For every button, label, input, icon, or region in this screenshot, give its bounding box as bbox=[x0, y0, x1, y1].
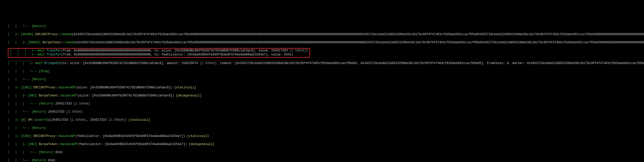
call-kind: [delegatecall] bbox=[189, 143, 214, 146]
call-kind: [delegatecall] bbox=[176, 94, 202, 97]
trace-line: │ │ ├─ [982] bbox=[1, 143, 39, 146]
args: , 254517333 bbox=[86, 118, 108, 122]
highlight-box: │ │ │ ├─ emit Transfer(from: 0x000000000… bbox=[8, 48, 310, 58]
contract-name: VM bbox=[28, 118, 31, 122]
value: 8341 bbox=[55, 151, 63, 154]
fn-name: assertEq bbox=[35, 118, 50, 122]
trace-line: │ │ │ └─ ← [Stop] bbox=[1, 70, 50, 73]
call-kind: [staticcall] bbox=[128, 118, 150, 122]
fn-name: balanceOf bbox=[59, 134, 75, 138]
paren: ) bbox=[125, 118, 128, 122]
trace-line: │ │ └─ ← [Return] bbox=[1, 78, 46, 81]
sci-notation: [2.545e8] bbox=[108, 118, 125, 122]
sep: :: bbox=[55, 86, 59, 89]
contract-name: ERC1967Proxy bbox=[35, 33, 57, 36]
trace-line: │ │ └─ ← [Return] bbox=[1, 110, 48, 114]
contract-name: BorpaToken bbox=[39, 143, 57, 146]
trace-line: │ ├─ [1301] bbox=[1, 86, 34, 89]
trace-line: │ │ │ ├─ emit bbox=[10, 53, 46, 56]
value: 8341 bbox=[48, 159, 55, 162]
value: 254517333 bbox=[48, 110, 66, 114]
args: (254517333 bbox=[50, 118, 70, 122]
trace-line: │ │ │ ├─ emit bbox=[10, 49, 46, 52]
trace-line: │ ├─ [89498] bbox=[1, 33, 35, 36]
trace-line: │ │ └─ ← [Return] bbox=[1, 25, 46, 28]
args: (feeCollector: [0x0ae039EbCFe635f3Ede0F5… bbox=[75, 134, 187, 138]
paren: ) bbox=[306, 49, 308, 52]
event-args: (from: 0x0000000000000000000000000000000… bbox=[61, 53, 293, 56]
event-name: Transfer bbox=[46, 53, 61, 56]
event-args: (from: 0x0000000000000000000000000000000… bbox=[61, 49, 289, 52]
sep: :: bbox=[57, 94, 61, 97]
trace-line: │ │ │ ├─ emit bbox=[1, 62, 44, 65]
fn-name: redeem bbox=[64, 41, 75, 44]
event-args: , txHash: [0x3453720cbd4d22d0933209eb38c… bbox=[216, 62, 644, 65]
sci-notation: [2.545e8] bbox=[74, 102, 90, 106]
args: (alice: [0x328809Bc894f92807417D2dAD6b7C… bbox=[77, 94, 176, 97]
trace-line: │ │ │ └─ ← [Return] bbox=[1, 102, 55, 106]
fn-name: redeem bbox=[61, 33, 72, 36]
trace-line: │ │ │ └─ ← [Return] bbox=[1, 151, 55, 154]
sci-notation: [2.545e8] bbox=[70, 118, 87, 122]
value: 254517333 bbox=[55, 102, 74, 106]
args: (0x3453720cbd4d22d0933209eb38c3d170c95f4… bbox=[75, 41, 644, 44]
sci-notation: [2.545e8] bbox=[290, 49, 306, 52]
trace-line: │ │ ├─ [982] bbox=[1, 94, 39, 97]
event-name: Transfer bbox=[46, 49, 61, 52]
sep: :: bbox=[57, 143, 61, 146]
trace-line: │ │ └─ ← [Return] bbox=[1, 126, 46, 130]
call-kind: [staticcall] bbox=[174, 86, 196, 89]
sci-notation: [2.545e8] bbox=[66, 110, 83, 114]
event-args: (to: alice: [0x328809Bc894f92807417D2dAD… bbox=[61, 62, 200, 65]
contract-name: BorpaToken bbox=[39, 94, 57, 97]
sci-notation: [2.545e8] bbox=[200, 62, 216, 65]
args: (0x3453720cbd4d22d0933209eb38c3d170c95f4… bbox=[72, 33, 644, 36]
trace-line: │ │ └─ ← [Return] bbox=[1, 159, 48, 162]
sep: :: bbox=[55, 134, 59, 138]
fn-name: balanceOf bbox=[61, 94, 77, 97]
trace-line: │ ├─ [1301] bbox=[1, 134, 34, 138]
contract-name: BorpaToken bbox=[43, 41, 61, 44]
fn-name: balanceOf bbox=[59, 86, 75, 89]
sep: :: bbox=[61, 41, 64, 44]
args: (feeCollector: [0x0ae039EbCFe635f3Ede0F5… bbox=[77, 143, 189, 146]
sep: :: bbox=[57, 33, 61, 36]
args: (alice: [0x328809Bc894f92807417D2dAD6b7C… bbox=[75, 86, 174, 89]
event-name: BridgedIn bbox=[44, 62, 61, 65]
call-kind: [staticcall] bbox=[187, 134, 209, 138]
trace-line: │ │ ├─ [89083] bbox=[1, 41, 43, 44]
contract-name: ERC1967Proxy bbox=[34, 134, 55, 138]
contract-name: ERC1967Proxy bbox=[34, 86, 55, 89]
trace-line: │ ├─ [0] bbox=[1, 118, 28, 122]
fn-name: balanceOf bbox=[61, 143, 77, 146]
sep: :: bbox=[31, 118, 35, 122]
